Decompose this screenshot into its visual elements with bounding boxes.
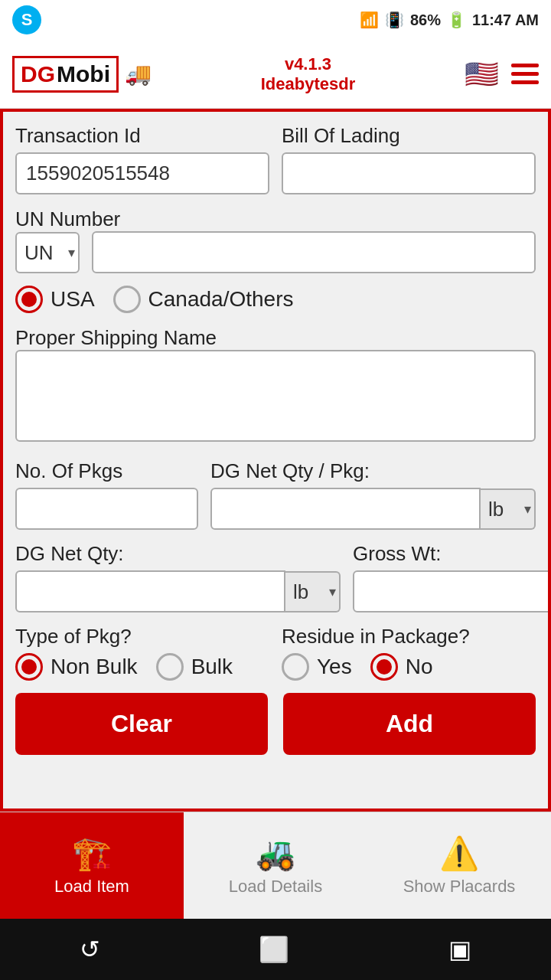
un-number-input[interactable]	[92, 231, 536, 273]
gross-wt-label: Gross Wt:	[353, 542, 551, 566]
canada-radio-label[interactable]: Canada/Others	[113, 286, 294, 313]
gross-wt-row: lb kg g oz	[353, 570, 551, 612]
time-display: 11:47 AM	[472, 11, 539, 29]
status-right: 📶 📳 86% 🔋 11:47 AM	[360, 11, 539, 29]
bulk-radio-label[interactable]: Bulk	[156, 653, 233, 681]
bill-of-lading-label: Bill Of Lading	[282, 124, 536, 148]
dg-net-qty-input[interactable]	[15, 570, 285, 612]
header-icons: 🇺🇸	[465, 58, 539, 90]
version-text: v4.1.3	[261, 54, 356, 74]
wifi-icon: 📶	[360, 11, 379, 29]
no-text: No	[406, 655, 433, 679]
flag-icon: 🇺🇸	[465, 58, 499, 90]
load-details-icon: 🚜	[256, 835, 295, 872]
un-number-row: UN NA	[15, 231, 536, 273]
gross-wt-input[interactable]	[353, 570, 551, 612]
tab-show-placards-label: Show Placards	[403, 877, 516, 897]
add-button[interactable]: Add	[283, 693, 536, 755]
tab-load-item-label: Load Item	[54, 877, 129, 897]
no-pkgs-input[interactable]	[15, 488, 198, 530]
canada-radio-text: Canada/Others	[148, 287, 294, 312]
transaction-id-group: Transaction Id	[15, 124, 269, 194]
dg-net-qty-pkg-row: lb kg g oz	[210, 488, 536, 530]
dg-net-qty-pkg-unit-select[interactable]: lb kg g oz	[481, 488, 536, 530]
tab-load-item[interactable]: 🏗️ Load Item	[0, 812, 184, 919]
bulk-radio-circle	[156, 653, 184, 681]
usa-radio-text: USA	[51, 287, 95, 312]
recent-button[interactable]: ▣	[448, 935, 471, 964]
pkgs-row: No. Of Pkgs DG Net Qty / Pkg: lb kg g oz	[15, 459, 536, 530]
usa-radio-label[interactable]: USA	[15, 286, 95, 313]
non-bulk-text: Non Bulk	[51, 655, 138, 679]
dg-net-qty-pkg-group: DG Net Qty / Pkg: lb kg g oz	[210, 459, 536, 530]
header-info: v4.1.3 Ideabytesdr	[261, 54, 356, 94]
logo-dg: DG	[21, 61, 55, 87]
dg-net-qty-group: DG Net Qty: lb kg g oz	[15, 542, 341, 612]
dg-net-qty-pkg-unit-wrapper[interactable]: lb kg g oz	[481, 488, 536, 530]
yes-radio-label[interactable]: Yes	[282, 653, 352, 681]
menu-button[interactable]	[511, 64, 539, 84]
load-item-icon: 🏗️	[72, 835, 112, 872]
action-buttons-row: Clear Add	[15, 693, 536, 755]
qty-gross-row: DG Net Qty: lb kg g oz Gross Wt:	[15, 542, 536, 612]
status-bar: S 📶 📳 86% 🔋 11:47 AM	[0, 0, 551, 40]
residue-radio-row: Yes No	[282, 653, 536, 681]
battery-text: 86%	[410, 11, 441, 29]
usa-radio-circle	[15, 286, 43, 313]
un-prefix-wrapper[interactable]: UN NA	[15, 232, 80, 273]
un-number-section: UN Number UN NA	[15, 207, 536, 273]
dg-net-qty-pkg-input[interactable]	[210, 488, 481, 530]
canada-radio-circle	[113, 286, 141, 313]
system-nav-bar: ↺ ⬜ ▣	[0, 919, 551, 980]
shipping-name-section: Proper Shipping Name	[15, 325, 536, 447]
logo-mobi: Mobi	[57, 61, 110, 87]
un-number-label: UN Number	[15, 207, 120, 230]
logo-area: DG Mobi 🚚	[12, 56, 152, 93]
tab-load-details-label: Load Details	[229, 877, 322, 897]
dg-net-qty-row: lb kg g oz	[15, 570, 341, 612]
show-placards-icon: ⚠️	[439, 835, 479, 872]
dg-net-qty-unit-select[interactable]: lb kg g oz	[285, 571, 341, 612]
user-text: Ideabytesdr	[261, 74, 356, 94]
tab-bar: 🏗️ Load Item 🚜 Load Details ⚠️ Show Plac…	[0, 812, 551, 919]
no-radio-label[interactable]: No	[370, 653, 433, 681]
bill-of-lading-input[interactable]	[282, 152, 536, 194]
logo-box: DG Mobi	[12, 56, 119, 93]
type-pkg-radio-row: Non Bulk Bulk	[15, 653, 269, 681]
no-pkgs-label: No. Of Pkgs	[15, 459, 198, 483]
type-pkg-label: Type of Pkg?	[15, 625, 269, 648]
type-pkg-group: Type of Pkg? Non Bulk Bulk	[15, 625, 269, 681]
dg-net-qty-unit-wrapper[interactable]: lb kg g oz	[285, 571, 341, 612]
transaction-bol-row: Transaction Id Bill Of Lading	[15, 124, 536, 194]
dg-net-qty-pkg-label: DG Net Qty / Pkg:	[210, 459, 536, 483]
country-radio-row: USA Canada/Others	[15, 286, 536, 313]
gross-wt-group: Gross Wt: lb kg g oz	[353, 542, 551, 612]
shipping-name-input[interactable]	[15, 350, 536, 442]
sim-icon: 📳	[385, 11, 404, 29]
no-radio-circle	[370, 653, 398, 681]
bulk-text: Bulk	[191, 655, 233, 679]
transaction-id-label: Transaction Id	[15, 124, 269, 148]
app-header: DG Mobi 🚚 v4.1.3 Ideabytesdr 🇺🇸	[0, 40, 551, 109]
non-bulk-radio-circle	[15, 653, 43, 681]
residue-group: Residue in Package? Yes No	[282, 625, 536, 681]
transaction-id-input[interactable]	[15, 152, 269, 194]
logo-truck-icon: 🚚	[125, 61, 152, 87]
shipping-name-label: Proper Shipping Name	[15, 326, 217, 349]
home-button[interactable]: ⬜	[259, 935, 289, 964]
un-prefix-select[interactable]: UN NA	[15, 232, 80, 273]
clear-button[interactable]: Clear	[15, 693, 268, 755]
residue-label: Residue in Package?	[282, 625, 536, 648]
no-pkgs-group: No. Of Pkgs	[15, 459, 198, 530]
back-button[interactable]: ↺	[80, 935, 100, 964]
yes-text: Yes	[317, 655, 352, 679]
yes-radio-circle	[282, 653, 309, 681]
non-bulk-radio-label[interactable]: Non Bulk	[15, 653, 138, 681]
pkg-residue-row: Type of Pkg? Non Bulk Bulk Residue in Pa…	[15, 625, 536, 681]
bill-of-lading-group: Bill Of Lading	[282, 124, 536, 194]
dg-net-qty-label: DG Net Qty:	[15, 542, 341, 566]
main-content: Transaction Id Bill Of Lading UN Number …	[0, 109, 551, 812]
tab-show-placards[interactable]: ⚠️ Show Placards	[367, 812, 551, 919]
skype-icon: S	[12, 5, 41, 34]
tab-load-details[interactable]: 🚜 Load Details	[184, 812, 367, 919]
